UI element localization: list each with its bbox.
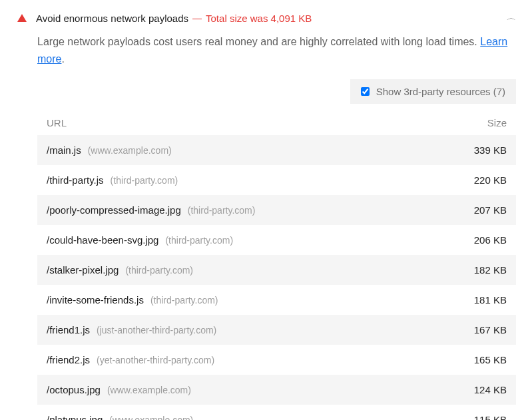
size-value: 165 KB	[474, 354, 507, 365]
description-text: Large network payloads cost users real m…	[37, 36, 480, 47]
url-host: (www.example.com)	[107, 385, 191, 395]
size-value: 206 KB	[474, 234, 507, 246]
url-host: (third-party.com)	[111, 175, 178, 186]
size-value: 182 KB	[474, 264, 507, 276]
table-row: /friend2.js(yet-another-third-party.com)…	[37, 345, 516, 375]
audit-description: Large network payloads cost users real m…	[37, 33, 516, 67]
table-row: /friend1.js(just-another-third-party.com…	[37, 315, 516, 345]
third-party-label: Show 3rd-party resources (7)	[376, 86, 505, 97]
third-party-toggle[interactable]: Show 3rd-party resources (7)	[350, 79, 516, 104]
url-path: /platypus.jpg	[47, 414, 103, 420]
chevron-up-icon[interactable]: ︿	[507, 14, 516, 23]
col-url: URL	[47, 117, 67, 128]
url-path: /octopus.jpg	[47, 384, 101, 395]
url-host: (third-party.com)	[150, 295, 218, 306]
table-row: /octopus.jpg(www.example.com)124 KB	[37, 375, 516, 405]
url-path: /main.js	[47, 144, 81, 156]
table-row: /platypus.jpg(www.example.com)115 KB	[37, 405, 516, 420]
url-host: (just-another-third-party.com)	[97, 325, 216, 335]
size-value: 207 KB	[474, 204, 507, 216]
size-value: 124 KB	[474, 384, 507, 395]
audit-header[interactable]: Avoid enormous network payloads — Total …	[16, 9, 516, 29]
size-value: 339 KB	[474, 144, 507, 156]
url-path: /stalker-pixel.jpg	[47, 264, 119, 276]
payload-table: URL Size /main.js(www.example.com)339 KB…	[37, 112, 516, 420]
size-value: 220 KB	[474, 174, 507, 186]
size-value: 115 KB	[474, 414, 507, 420]
url-host: (third-party.com)	[165, 235, 233, 246]
url-host: (third-party.com)	[188, 205, 256, 216]
table-row: /third-party.js(third-party.com)220 KB	[37, 165, 516, 195]
size-value: 167 KB	[474, 324, 507, 335]
url-host: (third-party.com)	[125, 265, 193, 276]
separator-dash: —	[192, 13, 202, 23]
description-period: .	[61, 53, 64, 65]
table-row: /could-have-been-svg.jpg(third-party.com…	[37, 225, 516, 255]
url-host: (www.example.com)	[109, 415, 193, 420]
url-path: /could-have-been-svg.jpg	[47, 234, 158, 246]
table-row: /invite-some-friends.js(third-party.com)…	[37, 285, 516, 315]
audit-title: Avoid enormous network payloads	[36, 13, 188, 24]
table-row: /main.js(www.example.com)339 KB	[37, 135, 516, 165]
table-row: /stalker-pixel.jpg(third-party.com)182 K…	[37, 255, 516, 285]
third-party-checkbox[interactable]	[361, 87, 370, 96]
table-header: URL Size	[37, 112, 516, 135]
warning-triangle-icon	[17, 14, 27, 22]
url-host: (yet-another-third-party.com)	[97, 355, 214, 365]
url-path: /poorly-compressed-image.jpg	[47, 204, 181, 216]
url-host: (www.example.com)	[88, 145, 172, 156]
col-size: Size	[487, 117, 507, 128]
audit-summary: Total size was 4,091 KB	[206, 13, 312, 24]
third-party-row: Show 3rd-party resources (7)	[16, 79, 516, 104]
url-path: /friend1.js	[47, 324, 90, 335]
table-row: /poorly-compressed-image.jpg(third-party…	[37, 195, 516, 225]
size-value: 181 KB	[474, 294, 507, 306]
url-path: /invite-some-friends.js	[47, 294, 144, 306]
url-path: /friend2.js	[47, 354, 90, 365]
url-path: /third-party.js	[47, 174, 104, 186]
